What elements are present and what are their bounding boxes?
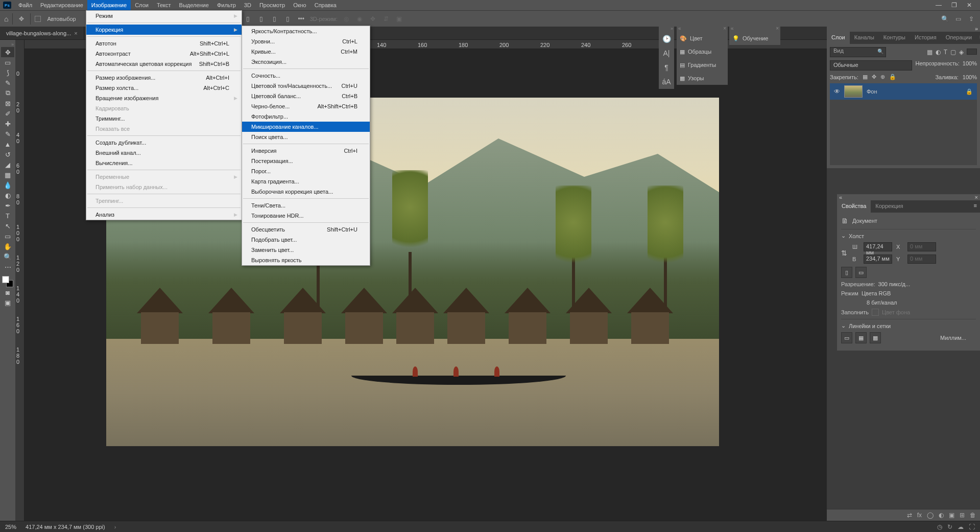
collapse-icon[interactable]: » — [671, 26, 673, 31]
panel-menu-icon[interactable]: ≡ — [971, 200, 980, 213]
hand-tool[interactable]: ✋ — [1, 241, 14, 251]
paragraph-panel-icon[interactable]: ¶ — [659, 60, 674, 75]
close-icon[interactable]: × — [776, 26, 779, 32]
lasso-tool[interactable]: ⟆ — [1, 67, 14, 78]
menu-item[interactable]: ИнверсияCtrl+I — [242, 146, 370, 156]
menu-item[interactable]: Уровни...Ctrl+L — [242, 36, 370, 47]
layer-mask-icon[interactable]: ◯ — [927, 512, 934, 519]
quickmask-tool[interactable]: ◙ — [1, 287, 14, 297]
menu-help[interactable]: Справка — [310, 0, 341, 10]
dodge-tool[interactable]: ◐ — [1, 190, 14, 200]
filter-adjust-icon[interactable]: ◐ — [936, 49, 941, 56]
ruler-icon[interactable]: ▭ — [841, 332, 852, 343]
adjustment-layer-icon[interactable]: ◐ — [939, 512, 944, 519]
quick-select-tool[interactable]: ✎ — [1, 78, 14, 88]
align-top-icon[interactable]: ▯ — [257, 14, 266, 24]
menu-item[interactable]: Заменить цвет... — [242, 245, 370, 255]
menu-item[interactable]: Режим▶ — [86, 11, 242, 21]
guides-icon[interactable]: ▩ — [870, 332, 881, 343]
menu-item[interactable]: Анализ▶ — [86, 210, 242, 220]
blend-mode-select[interactable]: Обычные — [830, 60, 912, 71]
workspace-icon[interactable]: ▭ — [953, 14, 963, 24]
menu-item[interactable]: Размер изображения...Alt+Ctrl+I — [86, 73, 242, 83]
home-icon[interactable]: ⌂ — [4, 15, 8, 23]
menu-image[interactable]: Изображение — [87, 0, 131, 10]
marquee-tool[interactable]: ▭ — [1, 57, 14, 67]
brush-tool[interactable]: ✎ — [1, 129, 14, 139]
close-icon[interactable]: × — [975, 194, 978, 200]
history-brush-tool[interactable]: ↺ — [1, 149, 14, 159]
menu-item[interactable]: Яркость/Контрастность... — [242, 26, 370, 36]
menu-filter[interactable]: Фильтр — [213, 0, 240, 10]
screenmode-tool[interactable]: ▣ — [1, 297, 14, 308]
glyphs-panel-icon[interactable]: áA — [659, 75, 674, 89]
blur-tool[interactable]: 💧 — [1, 180, 14, 190]
character-panel-icon[interactable]: A| — [659, 46, 674, 60]
more-icon[interactable]: ••• — [297, 14, 306, 24]
chevron-right-icon[interactable]: › — [114, 524, 116, 530]
layer-thumbnail[interactable] — [844, 85, 863, 98]
orientation-landscape[interactable]: ▭ — [855, 267, 867, 278]
menu-item[interactable]: Вычисления... — [86, 158, 242, 168]
menu-item[interactable]: Вращение изображения▶ — [86, 93, 242, 103]
crop-tool[interactable]: ⧉ — [1, 88, 14, 98]
align-bottom-icon[interactable]: ▯ — [283, 14, 293, 24]
menu-layers[interactable]: Слои — [131, 0, 153, 10]
menu-item[interactable]: АвтотонShift+Ctrl+L — [86, 38, 242, 49]
menu-item[interactable]: Сочность... — [242, 71, 370, 81]
align-right-icon[interactable]: ▯ — [244, 14, 253, 24]
menu-item[interactable]: Внешний канал... — [86, 148, 242, 158]
window-minimize-icon[interactable]: — — [931, 0, 946, 10]
menu-item[interactable]: Порог... — [242, 166, 370, 176]
tab-adjustments[interactable]: Коррекция — [871, 200, 907, 213]
tools-collapse-icon[interactable]: » — [10, 42, 15, 47]
gradient-tool[interactable]: ▦ — [1, 170, 14, 180]
collapse-icon[interactable]: « — [678, 26, 681, 32]
move-tool-icon[interactable]: ✥ — [17, 14, 26, 24]
tab-channels[interactable]: Каналы — [850, 32, 879, 44]
collapse-icon[interactable]: » — [975, 26, 978, 32]
menu-view[interactable]: Просмотр — [255, 0, 289, 10]
document-info[interactable]: 417,24 мм x 234,7 мм (300 ppi) — [26, 524, 105, 530]
pen-tool[interactable]: ✒ — [1, 200, 14, 211]
share-icon[interactable]: ⇪ — [967, 14, 976, 24]
chevron-down-icon[interactable]: ⌄ — [841, 322, 846, 329]
move-tool[interactable]: ✥ — [1, 47, 14, 57]
fill-checkbox[interactable] — [872, 309, 879, 316]
zoom-tool[interactable]: 🔍 — [1, 251, 14, 262]
color-mode-select[interactable]: Цвета RGB — [862, 290, 976, 296]
document-tab[interactable]: village-bungalows-along... × — [0, 27, 84, 39]
timeline-icon[interactable]: ◷ — [937, 523, 942, 530]
layer-row[interactable]: 👁 Фон 🔒 — [830, 83, 977, 100]
menu-item[interactable]: Цветовой тон/Насыщенность...Ctrl+U — [242, 81, 370, 91]
filter-toggle[interactable] — [967, 49, 977, 55]
zoom-level[interactable]: 25% — [5, 524, 16, 530]
menu-item[interactable]: Кривые...Ctrl+M — [242, 47, 370, 57]
eyedropper-tool[interactable]: ✐ — [1, 108, 14, 119]
menu-item[interactable]: Черно-белое...Alt+Shift+Ctrl+B — [242, 101, 370, 111]
menu-item[interactable]: Тени/Света... — [242, 200, 370, 211]
layer-name[interactable]: Фон — [867, 88, 877, 95]
lock-pixels-icon[interactable]: ▦ — [863, 74, 868, 80]
autoselect-checkbox[interactable] — [35, 16, 41, 22]
close-icon[interactable]: × — [723, 26, 726, 32]
fill-color-select[interactable]: Цвет фона — [882, 309, 976, 315]
menu-item[interactable]: Размер холста...Alt+Ctrl+C — [86, 83, 242, 93]
menu-item[interactable]: Цветовой баланс...Ctrl+B — [242, 91, 370, 101]
delete-layer-icon[interactable]: 🗑 — [970, 512, 976, 519]
eraser-tool[interactable]: ◢ — [1, 159, 14, 170]
tab-properties[interactable]: Свойства — [837, 200, 871, 213]
edit-toolbar[interactable]: ⋯ — [1, 262, 14, 272]
tab-actions[interactable]: Операции — [941, 32, 976, 44]
lock-all-icon[interactable]: 🔒 — [889, 74, 896, 80]
panel-row-color[interactable]: 🎨Цвет — [677, 32, 728, 45]
menu-item[interactable]: Коррекция▶ — [86, 25, 242, 35]
grid-icon[interactable]: ▦ — [855, 332, 867, 343]
height-input[interactable]: 234,7 мм — [864, 255, 892, 264]
collapse-icon[interactable]: « — [731, 26, 734, 32]
tab-paths[interactable]: Контуры — [879, 32, 910, 44]
healing-tool[interactable]: ✚ — [1, 119, 14, 129]
expand-icon[interactable]: ⛶ — [969, 523, 975, 530]
bit-depth-select[interactable]: 8 бит/канал — [867, 299, 976, 306]
opacity-value[interactable]: 100% — [963, 60, 977, 71]
